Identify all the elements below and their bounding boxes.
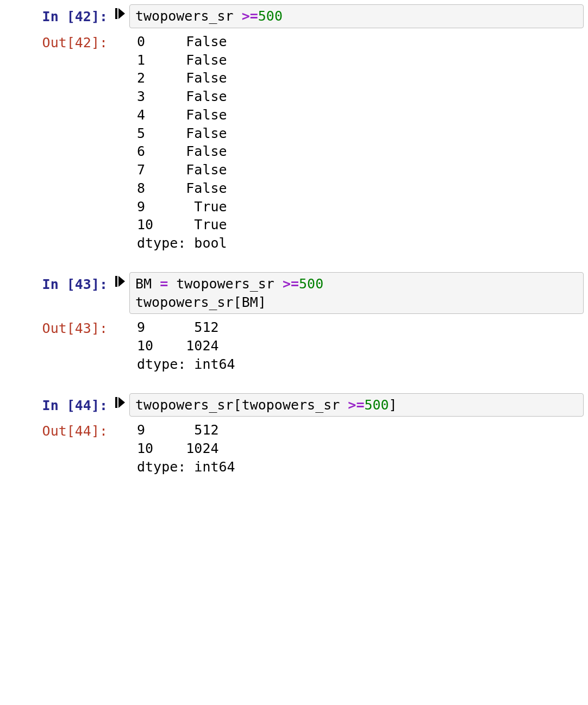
code-cell: In [44]: twopowers_sr[twopowers_sr >=500… <box>4 393 584 417</box>
run-cell-button[interactable] <box>111 4 129 20</box>
svg-marker-3 <box>118 276 125 287</box>
run-cell-button[interactable] <box>111 272 129 287</box>
output-row: Out[43]: 9 512 10 1024 dtype: int64 <box>4 316 584 374</box>
code-output: 9 512 10 1024 dtype: int64 <box>129 316 584 374</box>
output-row: Out[44]: 9 512 10 1024 dtype: int64 <box>4 419 584 477</box>
run-cell-icon <box>115 8 126 20</box>
in-prompt: In [43]: <box>4 272 111 294</box>
svg-rect-4 <box>115 397 117 408</box>
code-output: 9 512 10 1024 dtype: int64 <box>129 419 584 477</box>
code-output: 0 False 1 False 2 False 3 False 4 False … <box>129 30 584 254</box>
code-cell: In [42]: twopowers_sr >=500 <box>4 4 584 28</box>
code-input[interactable]: BM = twopowers_sr >=500 twopowers_sr[BM] <box>129 272 584 314</box>
svg-marker-1 <box>118 8 125 19</box>
svg-rect-2 <box>115 276 117 287</box>
in-prompt: In [44]: <box>4 393 111 415</box>
svg-marker-5 <box>118 397 125 408</box>
out-prompt: Out[42]: <box>4 30 111 52</box>
code-input[interactable]: twopowers_sr >=500 <box>129 4 584 28</box>
in-prompt: In [42]: <box>4 4 111 26</box>
code-input[interactable]: twopowers_sr[twopowers_sr >=500] <box>129 393 584 417</box>
out-prompt: Out[43]: <box>4 316 111 338</box>
out-prompt: Out[44]: <box>4 419 111 440</box>
code-cell: In [43]: BM = twopowers_sr >=500 twopowe… <box>4 272 584 314</box>
run-cell-button[interactable] <box>111 393 129 408</box>
run-cell-icon <box>115 396 126 408</box>
output-row: Out[42]: 0 False 1 False 2 False 3 False… <box>4 30 584 254</box>
svg-rect-0 <box>115 8 117 19</box>
run-cell-icon <box>115 275 126 287</box>
